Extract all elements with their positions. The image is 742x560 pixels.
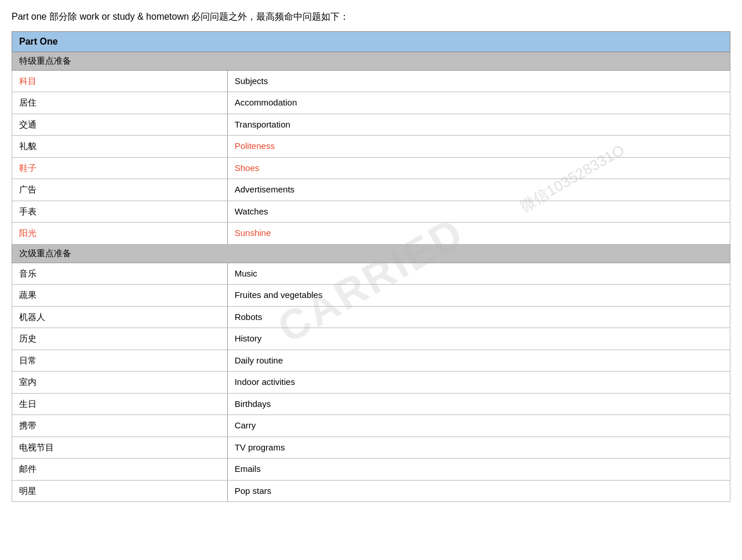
chinese-cell: 生日 [12, 393, 228, 415]
english-cell: Birthdays [227, 393, 730, 415]
english-cell: Accommodation [227, 92, 730, 114]
chinese-cell: 明星 [12, 480, 228, 502]
english-cell: Subjects [227, 70, 730, 92]
main-table: Part One特级重点准备科目Subjects居住Accommodation交… [12, 31, 730, 503]
english-cell: Pop stars [227, 480, 730, 502]
chinese-cell: 手表 [12, 201, 228, 223]
english-cell: Shoes [227, 157, 730, 179]
english-cell: Transportation [227, 114, 730, 136]
secondary-row: 携带Carry [12, 415, 730, 437]
english-cell: TV programs [227, 437, 730, 459]
secondary-row: 历史History [12, 328, 730, 350]
priority-row: 广告Advertisements [12, 179, 730, 201]
priority-row: 科目Subjects [12, 70, 730, 92]
english-cell: Fruites and vegetables [227, 285, 730, 307]
secondary-row: 生日Birthdays [12, 393, 730, 415]
chinese-cell: 日常 [12, 350, 228, 372]
chinese-cell: 电视节目 [12, 437, 228, 459]
english-cell: Robots [227, 306, 730, 328]
priority-row: 交通Transportation [12, 114, 730, 136]
table-header-row: Part One [12, 31, 730, 52]
priority-row: 鞋子Shoes [12, 157, 730, 179]
section1-label: 特级重点准备 [12, 52, 730, 70]
english-cell: Watches [227, 201, 730, 223]
english-cell: Emails [227, 459, 730, 481]
chinese-cell: 音乐 [12, 263, 228, 285]
english-cell: Sunshine [227, 223, 730, 245]
chinese-cell: 阳光 [12, 223, 228, 245]
priority-row: 居住Accommodation [12, 92, 730, 114]
chinese-cell: 携带 [12, 415, 228, 437]
chinese-cell: 科目 [12, 70, 228, 92]
chinese-cell: 居住 [12, 92, 228, 114]
secondary-row: 邮件Emails [12, 459, 730, 481]
english-cell: History [227, 328, 730, 350]
secondary-row: 蔬果Fruites and vegetables [12, 285, 730, 307]
section2-header-row: 次级重点准备 [12, 244, 730, 263]
intro-text: Part one 部分除 work or study & hometown 必问… [12, 9, 730, 24]
chinese-cell: 机器人 [12, 306, 228, 328]
chinese-cell: 礼貌 [12, 136, 228, 158]
section1-header-row: 特级重点准备 [12, 52, 730, 70]
chinese-cell: 交通 [12, 114, 228, 136]
secondary-row: 日常Daily routine [12, 350, 730, 372]
chinese-cell: 蔬果 [12, 285, 228, 307]
priority-row: 礼貌Politeness [12, 136, 730, 158]
english-cell: Politeness [227, 136, 730, 158]
chinese-cell: 室内 [12, 372, 228, 394]
secondary-row: 机器人Robots [12, 306, 730, 328]
english-cell: Daily routine [227, 350, 730, 372]
priority-row: 手表Watches [12, 201, 730, 223]
english-cell: Indoor activities [227, 372, 730, 394]
section2-label: 次级重点准备 [12, 244, 730, 263]
secondary-row: 音乐Music [12, 263, 730, 285]
secondary-row: 电视节目TV programs [12, 437, 730, 459]
english-cell: Advertisements [227, 179, 730, 201]
secondary-row: 明星Pop stars [12, 480, 730, 502]
priority-row: 阳光Sunshine [12, 223, 730, 245]
chinese-cell: 鞋子 [12, 157, 228, 179]
secondary-row: 室内Indoor activities [12, 372, 730, 394]
part-one-header: Part One [12, 31, 730, 52]
english-cell: Music [227, 263, 730, 285]
chinese-cell: 广告 [12, 179, 228, 201]
chinese-cell: 历史 [12, 328, 228, 350]
english-cell: Carry [227, 415, 730, 437]
chinese-cell: 邮件 [12, 459, 228, 481]
